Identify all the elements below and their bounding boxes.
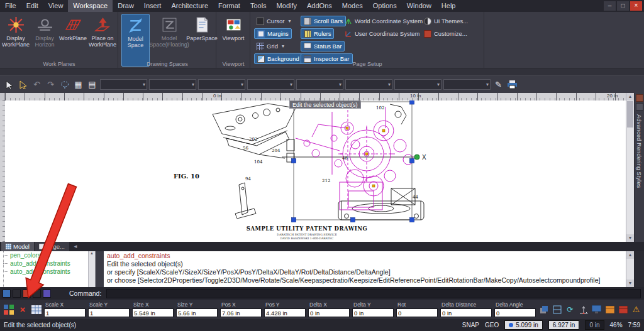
properties-table-icon[interactable] bbox=[30, 303, 43, 316]
scale-y-input[interactable] bbox=[88, 308, 130, 317]
advanced-rendering-styles-panel[interactable]: Advanced Rendering Styles bbox=[634, 93, 644, 242]
tab-scroll-left-icon[interactable]: ◄ bbox=[70, 242, 81, 251]
ui-themes-button[interactable]: UI Themes... bbox=[421, 16, 470, 26]
scroll-up-icon[interactable]: ▲ bbox=[626, 251, 634, 259]
paperspace-button[interactable]: PaperSpace bbox=[189, 14, 215, 67]
menu-modify[interactable]: Modify bbox=[272, 0, 302, 12]
delta-distance-input[interactable] bbox=[440, 308, 492, 317]
tree-item[interactable]: auto_add_constraints bbox=[0, 259, 95, 268]
macro-icon[interactable] bbox=[33, 290, 41, 298]
model-space-button[interactable]: Model Space bbox=[121, 14, 150, 67]
selector-properties-icon[interactable] bbox=[3, 303, 15, 316]
grid-toggle[interactable]: Grid ▾ bbox=[254, 41, 287, 52]
place-on-workplane-button[interactable]: Place on WorkPlane bbox=[88, 14, 117, 67]
tab-model[interactable]: Model bbox=[1, 242, 34, 251]
sheet-icon[interactable]: ▤ bbox=[86, 79, 98, 90]
size-y-input[interactable] bbox=[176, 308, 218, 317]
menu-options[interactable]: Options bbox=[368, 0, 402, 12]
toolbar-dropdown-8[interactable]: ▾ bbox=[443, 79, 491, 90]
scroll-up-icon[interactable]: ▲ bbox=[626, 93, 634, 100]
command-input[interactable] bbox=[106, 289, 641, 298]
print-icon[interactable] bbox=[506, 79, 518, 90]
scroll-up-icon[interactable]: ▲ bbox=[89, 251, 95, 255]
margins-toggle[interactable]: Margins bbox=[254, 28, 292, 39]
customize-button[interactable]: Customize... bbox=[421, 28, 470, 39]
toolbar-dropdown-1[interactable]: ▾ bbox=[100, 79, 147, 90]
selection-handle[interactable] bbox=[410, 218, 414, 222]
reference-point-icon[interactable] bbox=[538, 304, 549, 315]
snap-toggle[interactable]: SNAP bbox=[462, 322, 479, 328]
toolbar-dropdown-6[interactable]: ▾ bbox=[345, 79, 392, 90]
display-horizon-button[interactable]: Display Horizon bbox=[30, 14, 59, 67]
delta-y-input[interactable] bbox=[352, 308, 394, 317]
palette-icon[interactable] bbox=[43, 290, 51, 298]
console-options-icon[interactable] bbox=[13, 290, 21, 298]
menu-file[interactable]: File bbox=[0, 0, 21, 12]
cancel-selection-icon[interactable]: × bbox=[16, 303, 29, 316]
menu-edit[interactable]: Edit bbox=[21, 0, 43, 12]
close-button[interactable]: × bbox=[630, 1, 642, 11]
axes-icon[interactable] bbox=[578, 304, 589, 315]
panel-close-icon[interactable] bbox=[636, 103, 643, 111]
menu-insert[interactable]: Insert bbox=[139, 0, 167, 12]
status-bar-toggle[interactable]: Status Bar bbox=[301, 41, 345, 52]
pos-x-input[interactable] bbox=[220, 308, 262, 317]
close-view-icon[interactable] bbox=[618, 304, 628, 315]
scroll-bars-toggle[interactable]: Scroll Bars bbox=[301, 16, 346, 26]
drawing-canvas[interactable]: 202 204 104 94 56 44 212 100 102 48 FIG.… bbox=[5, 100, 626, 242]
menu-architecture[interactable]: Architecture bbox=[166, 0, 213, 12]
node-select-icon[interactable] bbox=[17, 79, 29, 90]
rulers-toggle[interactable]: Rulers bbox=[301, 28, 334, 39]
delta-x-input[interactable] bbox=[308, 308, 350, 317]
pos-y-input[interactable] bbox=[264, 308, 306, 317]
script-icon[interactable] bbox=[3, 290, 11, 298]
selection-handle[interactable] bbox=[410, 100, 414, 104]
make-copy-icon[interactable]: ⟳ bbox=[565, 304, 575, 315]
render-monitor-icon[interactable] bbox=[591, 304, 602, 315]
toolbar-dropdown-7[interactable]: ▾ bbox=[394, 79, 441, 90]
tree-item[interactable]: auto_add_constraints bbox=[0, 268, 95, 276]
rot-input[interactable] bbox=[396, 308, 438, 317]
coordinate-z-readout[interactable]: 0 in bbox=[585, 320, 604, 330]
select-cursor-icon[interactable] bbox=[3, 79, 15, 90]
table-icon[interactable]: ▦ bbox=[72, 79, 84, 90]
toolbar-dropdown-4[interactable]: ▾ bbox=[247, 79, 294, 90]
canvas-vertical-scrollbar[interactable]: ▲ ▼ bbox=[626, 93, 634, 242]
tree-scrollbar[interactable]: ▲ bbox=[88, 251, 95, 287]
workplane-button[interactable]: WorkPlane bbox=[59, 14, 87, 67]
menu-format[interactable]: Format bbox=[213, 0, 245, 12]
redo-button[interactable]: ↷ bbox=[45, 79, 57, 90]
selection-handle[interactable] bbox=[351, 218, 355, 222]
console-splitter[interactable] bbox=[96, 251, 104, 287]
geo-toggle[interactable]: GEO bbox=[485, 322, 499, 328]
toolbar-dropdown-5[interactable]: ▾ bbox=[296, 79, 343, 90]
viewport-button[interactable]: Viewport bbox=[219, 14, 248, 67]
undo-button[interactable]: ↶ bbox=[31, 79, 43, 90]
prompt-scrollbar[interactable]: ▲ ▼ bbox=[626, 251, 634, 287]
toolbar-dropdown-3[interactable]: ▾ bbox=[198, 79, 245, 90]
selection-handle[interactable] bbox=[292, 159, 296, 163]
command-prompt-history[interactable]: auto_add_constraints Edit the selected o… bbox=[104, 251, 626, 287]
selection-handle[interactable] bbox=[292, 218, 296, 222]
menu-modes[interactable]: Modes bbox=[337, 0, 368, 12]
coordinate-y-readout[interactable]: 6.927 in bbox=[548, 320, 580, 330]
menu-workspace[interactable]: Workspace bbox=[68, 0, 113, 12]
menu-help[interactable]: Help bbox=[436, 0, 461, 12]
scrollbar-thumb[interactable] bbox=[627, 101, 633, 128]
cursor-toggle[interactable]: Cursor ▾ bbox=[254, 16, 294, 26]
minimize-button[interactable]: – bbox=[604, 1, 616, 11]
display-workplane-button[interactable]: Display WorkPlane bbox=[1, 14, 30, 67]
menu-tools[interactable]: Tools bbox=[245, 0, 272, 12]
world-coordinate-system-button[interactable]: World Coordinate System bbox=[342, 16, 425, 26]
scroll-down-icon[interactable]: ▼ bbox=[626, 234, 634, 242]
axis-endpoint-grip[interactable] bbox=[414, 155, 419, 160]
zoom-level[interactable]: 46% bbox=[610, 322, 623, 328]
command-history-tree[interactable]: pen_colors auto_add_constraints auto_add… bbox=[0, 251, 96, 287]
rotation-bar-icon[interactable] bbox=[552, 304, 562, 315]
delta-angle-input[interactable] bbox=[494, 308, 536, 317]
layout-window-icon[interactable] bbox=[604, 304, 615, 315]
menu-view[interactable]: View bbox=[43, 0, 69, 12]
pen-style-icon[interactable]: ✎ bbox=[492, 79, 504, 90]
panel-pin-icon[interactable] bbox=[636, 94, 643, 102]
model-space-floating-button[interactable]: Model Space(Floating) bbox=[151, 14, 187, 67]
